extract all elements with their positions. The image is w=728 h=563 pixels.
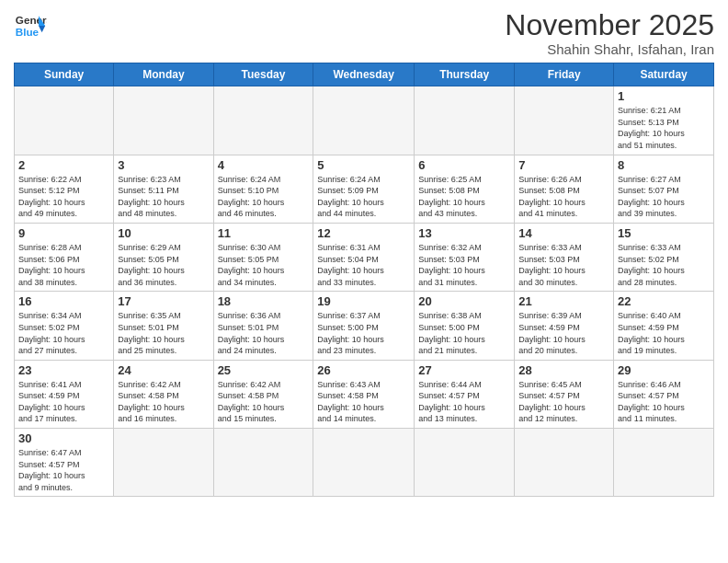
calendar-cell: 28Sunrise: 6:45 AM Sunset: 4:57 PM Dayli… <box>515 360 614 428</box>
calendar-cell <box>515 86 614 155</box>
day-number: 26 <box>317 363 410 377</box>
day-number: 29 <box>618 363 710 377</box>
weekday-header-thursday: Thursday <box>415 63 515 86</box>
calendar-cell: 4Sunrise: 6:24 AM Sunset: 5:10 PM Daylig… <box>213 155 313 223</box>
calendar-cell: 3Sunrise: 6:23 AM Sunset: 5:11 PM Daylig… <box>114 155 213 223</box>
day-number: 9 <box>18 226 109 240</box>
calendar-cell: 17Sunrise: 6:35 AM Sunset: 5:01 PM Dayli… <box>114 292 213 360</box>
month-title: November 2025 <box>505 9 714 41</box>
day-number: 10 <box>118 226 209 240</box>
weekday-header-friday: Friday <box>515 63 614 86</box>
day-number: 4 <box>218 158 310 172</box>
day-number: 25 <box>218 363 310 377</box>
calendar-week-1: 2Sunrise: 6:22 AM Sunset: 5:12 PM Daylig… <box>15 155 714 223</box>
calendar-cell: 23Sunrise: 6:41 AM Sunset: 4:59 PM Dayli… <box>15 360 114 428</box>
calendar-cell: 25Sunrise: 6:42 AM Sunset: 4:58 PM Dayli… <box>213 360 313 428</box>
day-number: 16 <box>18 294 109 308</box>
day-info: Sunrise: 6:42 AM Sunset: 4:58 PM Dayligh… <box>118 379 209 425</box>
day-number: 14 <box>518 226 609 240</box>
calendar-cell: 2Sunrise: 6:22 AM Sunset: 5:12 PM Daylig… <box>15 155 114 223</box>
svg-text:Blue: Blue <box>16 26 40 38</box>
day-number: 24 <box>118 363 209 377</box>
day-info: Sunrise: 6:27 AM Sunset: 5:07 PM Dayligh… <box>618 174 710 220</box>
day-info: Sunrise: 6:45 AM Sunset: 4:57 PM Dayligh… <box>518 379 609 425</box>
logo: General Blue General Blue <box>14 9 47 42</box>
calendar-week-5: 30Sunrise: 6:47 AM Sunset: 4:57 PM Dayli… <box>15 429 714 497</box>
weekday-header-tuesday: Tuesday <box>213 63 313 86</box>
day-info: Sunrise: 6:33 AM Sunset: 5:03 PM Dayligh… <box>518 242 609 288</box>
day-info: Sunrise: 6:21 AM Sunset: 5:13 PM Dayligh… <box>618 105 710 151</box>
day-info: Sunrise: 6:42 AM Sunset: 4:58 PM Dayligh… <box>218 379 310 425</box>
calendar-cell: 19Sunrise: 6:37 AM Sunset: 5:00 PM Dayli… <box>313 292 415 360</box>
day-number: 19 <box>317 294 410 308</box>
day-number: 21 <box>518 294 609 308</box>
day-number: 18 <box>218 294 310 308</box>
weekday-header-monday: Monday <box>114 63 213 86</box>
weekday-header-saturday: Saturday <box>614 63 714 86</box>
day-info: Sunrise: 6:36 AM Sunset: 5:01 PM Dayligh… <box>218 310 310 356</box>
calendar-cell <box>213 429 313 497</box>
location-subtitle: Shahin Shahr, Isfahan, Iran <box>505 41 714 57</box>
day-info: Sunrise: 6:25 AM Sunset: 5:08 PM Dayligh… <box>418 174 510 220</box>
day-info: Sunrise: 6:32 AM Sunset: 5:03 PM Dayligh… <box>418 242 510 288</box>
day-info: Sunrise: 6:24 AM Sunset: 5:10 PM Dayligh… <box>218 174 310 220</box>
day-number: 3 <box>118 158 209 172</box>
calendar-cell: 29Sunrise: 6:46 AM Sunset: 4:57 PM Dayli… <box>614 360 714 428</box>
page: General Blue General Blue November 2025 … <box>0 0 728 563</box>
day-info: Sunrise: 6:29 AM Sunset: 5:05 PM Dayligh… <box>118 242 209 288</box>
calendar-cell: 6Sunrise: 6:25 AM Sunset: 5:08 PM Daylig… <box>415 155 515 223</box>
day-info: Sunrise: 6:30 AM Sunset: 5:05 PM Dayligh… <box>218 242 310 288</box>
calendar-cell: 22Sunrise: 6:40 AM Sunset: 4:59 PM Dayli… <box>614 292 714 360</box>
title-block: November 2025 Shahin Shahr, Isfahan, Ira… <box>505 9 714 57</box>
day-info: Sunrise: 6:26 AM Sunset: 5:08 PM Dayligh… <box>518 174 609 220</box>
svg-marker-3 <box>39 26 45 32</box>
day-number: 30 <box>18 431 109 445</box>
calendar-cell: 24Sunrise: 6:42 AM Sunset: 4:58 PM Dayli… <box>114 360 213 428</box>
day-info: Sunrise: 6:24 AM Sunset: 5:09 PM Dayligh… <box>317 174 410 220</box>
weekday-header-wednesday: Wednesday <box>313 63 415 86</box>
day-number: 11 <box>218 226 310 240</box>
calendar-week-0: 1Sunrise: 6:21 AM Sunset: 5:13 PM Daylig… <box>15 86 714 155</box>
calendar-cell <box>213 86 313 155</box>
calendar-cell: 10Sunrise: 6:29 AM Sunset: 5:05 PM Dayli… <box>114 223 213 291</box>
calendar-body: 1Sunrise: 6:21 AM Sunset: 5:13 PM Daylig… <box>15 86 714 497</box>
day-info: Sunrise: 6:28 AM Sunset: 5:06 PM Dayligh… <box>18 242 109 288</box>
day-info: Sunrise: 6:37 AM Sunset: 5:00 PM Dayligh… <box>317 310 410 356</box>
calendar-cell: 26Sunrise: 6:43 AM Sunset: 4:58 PM Dayli… <box>313 360 415 428</box>
day-info: Sunrise: 6:38 AM Sunset: 5:00 PM Dayligh… <box>418 310 510 356</box>
day-number: 13 <box>418 226 510 240</box>
day-info: Sunrise: 6:34 AM Sunset: 5:02 PM Dayligh… <box>18 310 109 356</box>
calendar-cell: 27Sunrise: 6:44 AM Sunset: 4:57 PM Dayli… <box>415 360 515 428</box>
day-number: 8 <box>618 158 710 172</box>
day-number: 27 <box>418 363 510 377</box>
day-info: Sunrise: 6:35 AM Sunset: 5:01 PM Dayligh… <box>118 310 209 356</box>
day-info: Sunrise: 6:41 AM Sunset: 4:59 PM Dayligh… <box>18 379 109 425</box>
day-number: 1 <box>618 89 710 103</box>
calendar-cell: 30Sunrise: 6:47 AM Sunset: 4:57 PM Dayli… <box>15 429 114 497</box>
calendar-week-2: 9Sunrise: 6:28 AM Sunset: 5:06 PM Daylig… <box>15 223 714 291</box>
calendar-cell: 13Sunrise: 6:32 AM Sunset: 5:03 PM Dayli… <box>415 223 515 291</box>
calendar-cell: 20Sunrise: 6:38 AM Sunset: 5:00 PM Dayli… <box>415 292 515 360</box>
calendar-cell <box>313 86 415 155</box>
day-info: Sunrise: 6:46 AM Sunset: 4:57 PM Dayligh… <box>618 379 710 425</box>
generalblue-logo-icon: General Blue <box>14 9 47 42</box>
calendar-cell <box>114 429 213 497</box>
calendar-cell: 15Sunrise: 6:33 AM Sunset: 5:02 PM Dayli… <box>614 223 714 291</box>
calendar-cell: 7Sunrise: 6:26 AM Sunset: 5:08 PM Daylig… <box>515 155 614 223</box>
calendar-cell <box>313 429 415 497</box>
day-info: Sunrise: 6:43 AM Sunset: 4:58 PM Dayligh… <box>317 379 410 425</box>
calendar-cell: 12Sunrise: 6:31 AM Sunset: 5:04 PM Dayli… <box>313 223 415 291</box>
calendar-cell <box>415 429 515 497</box>
day-number: 22 <box>618 294 710 308</box>
calendar-cell: 18Sunrise: 6:36 AM Sunset: 5:01 PM Dayli… <box>213 292 313 360</box>
day-number: 28 <box>518 363 609 377</box>
calendar-cell <box>114 86 213 155</box>
day-number: 12 <box>317 226 410 240</box>
day-info: Sunrise: 6:47 AM Sunset: 4:57 PM Dayligh… <box>18 447 109 493</box>
day-info: Sunrise: 6:22 AM Sunset: 5:12 PM Dayligh… <box>18 174 109 220</box>
day-info: Sunrise: 6:40 AM Sunset: 4:59 PM Dayligh… <box>618 310 710 356</box>
day-info: Sunrise: 6:31 AM Sunset: 5:04 PM Dayligh… <box>317 242 410 288</box>
day-number: 15 <box>618 226 710 240</box>
calendar-cell: 9Sunrise: 6:28 AM Sunset: 5:06 PM Daylig… <box>15 223 114 291</box>
calendar-cell <box>415 86 515 155</box>
